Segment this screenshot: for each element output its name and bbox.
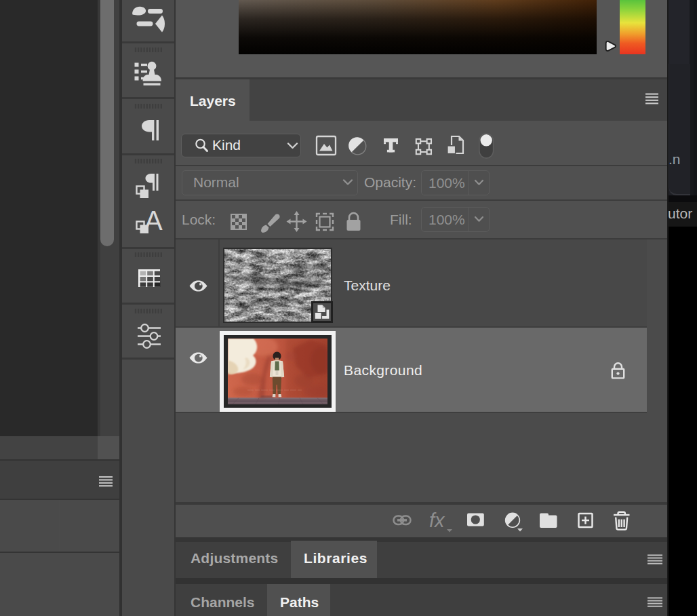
svg-text:fx: fx [429, 509, 445, 531]
